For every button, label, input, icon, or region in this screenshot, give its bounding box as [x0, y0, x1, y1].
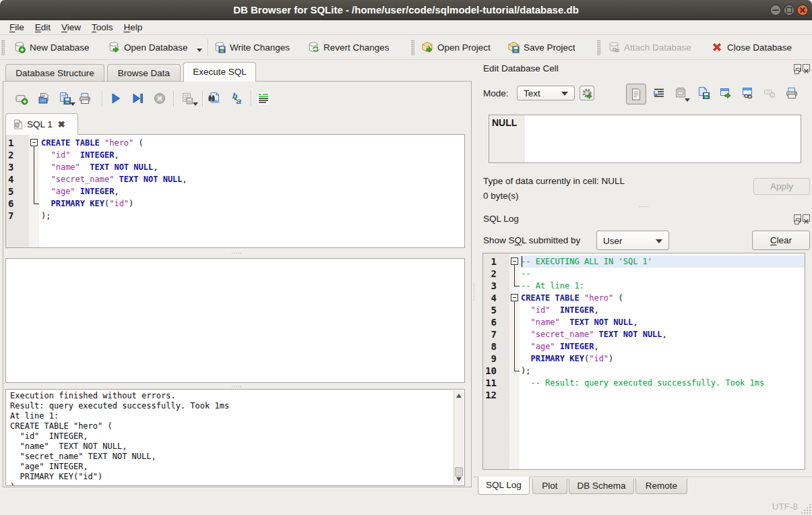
write-changes-button[interactable]: Write Changes — [214, 35, 290, 59]
dock-splitter-horizontal[interactable] — [639, 206, 650, 208]
maximize-icon — [783, 4, 795, 16]
sql-document-tab[interactable]: SQL 1 ✖ — [5, 113, 78, 135]
tab-execute-sql[interactable]: Execute SQL — [183, 62, 256, 82]
sql-editor[interactable]: 1CREATE TABLE "hero" (2 "id" INTEGER,3 "… — [5, 134, 465, 248]
print-icon[interactable] — [78, 92, 92, 105]
execute-line-icon[interactable] — [131, 92, 144, 105]
print-cell-icon[interactable] — [785, 86, 799, 100]
resize-grip-icon[interactable] — [801, 504, 811, 514]
set-null-icon[interactable] — [763, 86, 776, 100]
main-toolbar: New DatabaseOpen DatabaseWrite ChangesRe… — [0, 35, 812, 60]
menu-view[interactable]: View — [56, 20, 86, 34]
line-number: 3 — [8, 161, 13, 173]
link-icon[interactable] — [741, 86, 755, 100]
code-line: "age" INTEGER, — [41, 185, 119, 198]
save-results-icon[interactable] — [181, 92, 194, 105]
attach-database-button[interactable]: Attach Database — [608, 35, 691, 59]
minimize-button[interactable] — [770, 4, 782, 16]
close-database-icon — [711, 41, 723, 53]
scroll-up-icon[interactable] — [456, 394, 462, 398]
menubar: FileEditViewToolsHelp — [0, 20, 812, 35]
open-tab-icon[interactable] — [15, 92, 28, 105]
cell-editor[interactable]: NULL — [489, 115, 801, 163]
mode-combobox[interactable]: Text — [517, 86, 575, 100]
revert-changes-button[interactable]: Revert Changes — [307, 35, 389, 59]
line-number: 1 — [8, 137, 13, 149]
open-project-icon — [421, 41, 433, 53]
format-icon[interactable] — [257, 92, 270, 105]
close-button[interactable] — [797, 4, 809, 16]
find-icon[interactable] — [208, 92, 221, 105]
open-sql-file-icon[interactable] — [37, 92, 51, 105]
fold-marker-icon[interactable] — [511, 258, 518, 265]
stop-icon[interactable] — [153, 92, 166, 105]
clear-log-button[interactable]: Clear — [752, 231, 810, 250]
mode-value: Text — [524, 88, 540, 98]
titlebar[interactable]: DB Browser for SQLite - /home/user/code/… — [0, 0, 812, 20]
float-panel-icon[interactable] — [794, 64, 801, 71]
code-line: -- At line 1: — [521, 280, 584, 292]
execution-output[interactable]: Execution finished without errors.Result… — [5, 389, 465, 486]
sql-log-view[interactable]: 1-- EXECUTING ALL IN 'SQL 1'2--3-- At li… — [482, 253, 805, 470]
open-database-button[interactable]: Open Database — [108, 35, 202, 59]
output-line: "age" INTEGER, — [10, 462, 88, 472]
dropdown-arrow-icon[interactable] — [685, 98, 690, 102]
results-grid[interactable] — [5, 258, 465, 383]
fold-line — [514, 301, 515, 371]
apply-button[interactable]: Apply — [753, 178, 810, 195]
word-wrap-icon[interactable] — [652, 86, 666, 100]
dropdown-arrow-icon[interactable] — [197, 49, 202, 52]
tab-database-structure[interactable]: Database Structure — [5, 64, 104, 81]
splitter-editor-results[interactable] — [231, 252, 242, 254]
dock-tab-sql-log[interactable]: SQL Log — [478, 477, 530, 495]
open-project-button[interactable]: Open Project — [421, 35, 491, 59]
menu-tools[interactable]: Tools — [86, 20, 119, 34]
dock-tab-db-schema[interactable]: DB Schema — [569, 479, 634, 494]
output-scrollbar[interactable] — [454, 390, 464, 485]
close-panel-icon[interactable] — [803, 64, 810, 71]
scroll-down-icon[interactable] — [456, 477, 462, 481]
new-database-button[interactable]: New Database — [13, 35, 90, 59]
close-log-icon[interactable] — [803, 214, 810, 222]
save-sql-file-icon[interactable] — [58, 92, 71, 105]
close-database-button[interactable]: Close Database — [711, 35, 792, 59]
apply-mode-button[interactable] — [580, 86, 594, 100]
line-number: 5 — [483, 304, 497, 316]
save-project-button[interactable]: Save Project — [507, 35, 575, 59]
dock-tab-plot[interactable]: Plot — [532, 479, 567, 494]
replace-icon[interactable]: ba — [230, 92, 243, 105]
save-as-icon[interactable] — [697, 86, 710, 100]
fold-marker-icon[interactable] — [511, 294, 518, 301]
code-line: "name" TEXT NOT NULL, — [41, 161, 158, 173]
code-line: ); — [41, 210, 51, 222]
save-project-icon — [507, 41, 520, 53]
dropdown-arrow-icon[interactable] — [193, 102, 198, 106]
dock-tab-remote[interactable]: Remote — [635, 479, 687, 494]
fold-marker-icon[interactable] — [30, 139, 38, 146]
export-cell-icon[interactable] — [719, 86, 732, 100]
toolbar-grip — [597, 40, 600, 55]
dock-splitter[interactable] — [473, 283, 475, 301]
log-filter-combobox[interactable]: User — [596, 231, 669, 250]
dropdown-arrow-icon[interactable] — [70, 102, 75, 106]
code-line: CREATE TABLE "hero" ( — [41, 137, 144, 149]
splitter-results-output[interactable] — [231, 386, 242, 388]
sql-tab-close-icon[interactable]: ✖ — [58, 119, 65, 129]
fold-corner — [34, 204, 39, 204]
scrollbar-thumb[interactable] — [455, 467, 463, 477]
code-line: "id" INTEGER, — [521, 304, 599, 316]
menu-help[interactable]: Help — [119, 20, 148, 34]
text-mode-button[interactable] — [626, 84, 646, 104]
save-cell-icon[interactable] — [674, 86, 687, 100]
menu-edit[interactable]: Edit — [30, 20, 56, 34]
output-line: "secret_name" TEXT NOT NULL, — [10, 452, 156, 462]
revert-changes-icon — [307, 41, 319, 53]
fold-corner — [514, 286, 520, 286]
maximize-button[interactable] — [783, 4, 795, 16]
code-line: -- Result: query executed successfully. … — [521, 377, 764, 389]
execute-all-icon[interactable] — [109, 92, 123, 105]
menu-file[interactable]: File — [4, 20, 30, 34]
tab-browse-data[interactable]: Browse Data — [107, 64, 181, 81]
float-log-icon[interactable] — [794, 214, 801, 222]
code-line: "age" INTEGER, — [521, 340, 599, 353]
